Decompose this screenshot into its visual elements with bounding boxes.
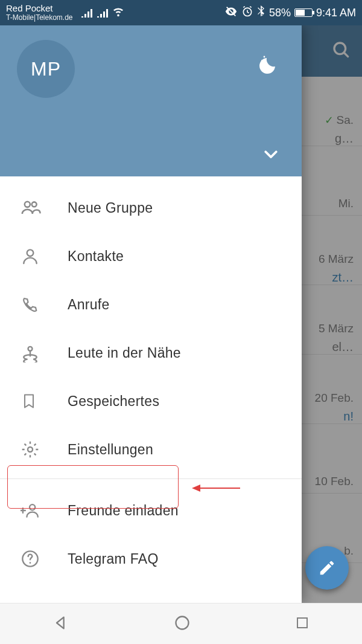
drawer-item-label: Leute in der Nähe [68,345,181,361]
navigation-drawer: MP Neue GruppeKontakteAnrufeLeute in der… [0,25,302,603]
help-icon [21,549,68,568]
battery-pct: 58% [269,7,291,19]
invite-icon [21,501,68,520]
bluetooth-icon [257,5,265,21]
android-navbar [0,603,362,644]
nav-back-icon[interactable] [52,614,69,634]
signal-icons [81,8,125,18]
drawer-item-call[interactable]: Anrufe [0,280,302,329]
svg-point-11 [30,562,31,564]
avatar[interactable]: MP [17,40,75,98]
svg-point-7 [28,347,33,351]
nearby-icon [21,343,68,362]
settings-icon [21,440,68,459]
svg-point-13 [176,616,188,629]
svg-point-5 [32,202,37,207]
drawer-item-bookmark[interactable]: Gespeichertes [0,377,302,425]
eye-icon [224,5,238,21]
battery-icon [294,8,313,17]
svg-point-4 [25,202,30,207]
carrier-1: Red Pocket [6,4,73,14]
group-icon [21,198,68,218]
status-time: 9:41 AM [316,7,356,19]
call-icon [21,295,68,314]
svg-point-3 [261,60,262,61]
drawer-header: MP [0,25,302,176]
carrier-2: T-Mobile|Telekom.de [6,14,73,22]
drawer-divider [0,478,302,479]
drawer-item-group[interactable]: Neue Gruppe [0,184,302,232]
account-chevron-icon[interactable] [262,145,280,166]
drawer-item-invite[interactable]: Freunde einladen [0,486,302,535]
svg-point-8 [28,447,33,452]
drawer-item-contact[interactable]: Kontakte [0,232,302,280]
drawer-item-label: Gespeichertes [68,393,159,410]
annotation-arrow [192,483,240,495]
drawer-item-label: Freunde einladen [68,503,179,519]
drawer-item-label: Kontakte [68,248,124,265]
compose-fab[interactable] [305,546,349,590]
bookmark-icon [21,391,68,411]
wifi-icon [113,8,125,18]
contact-icon [21,246,68,266]
drawer-item-label: Einstellungen [68,442,153,458]
alarm-icon [241,5,253,21]
drawer-item-label: Anrufe [68,297,110,313]
nav-home-icon[interactable] [174,614,191,634]
pencil-icon [318,559,336,577]
svg-point-6 [27,250,34,256]
drawer-item-help[interactable]: Telegram FAQ [0,535,302,583]
avatar-initials: MP [31,58,61,80]
svg-point-9 [30,504,35,510]
drawer-item-label: Neue Gruppe [68,200,153,216]
drawer-item-label: Telegram FAQ [68,551,159,567]
drawer-item-nearby[interactable]: Leute in der Nähe [0,329,302,377]
night-mode-icon[interactable] [258,52,282,76]
svg-point-2 [264,56,265,58]
svg-rect-14 [297,618,307,628]
status-bar: Red Pocket T-Mobile|Telekom.de 58% 9:41 … [0,0,362,25]
nav-recent-icon[interactable] [295,616,310,633]
drawer-item-settings[interactable]: Einstellungen [0,425,302,474]
